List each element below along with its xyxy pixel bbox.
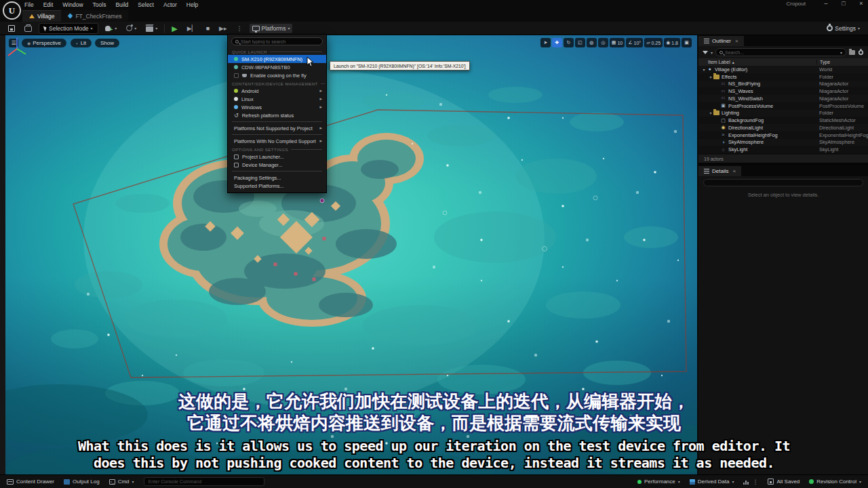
menu-help[interactable]: Help [182,1,202,9]
camera-speed-button[interactable]: ◉ 1.8 [664,38,680,47]
outliner-row[interactable]: ▾●Village (Editor)World [698,66,868,73]
platforms-button[interactable]: Platforms ▾ [250,24,293,33]
menu-tools[interactable]: Tools [89,1,111,9]
blueprints-button[interactable]: ▾ [123,24,139,33]
refresh-platform-status-item[interactable]: ↺ Refresh platform status [228,111,326,119]
platforms-search-input[interactable] [241,39,319,44]
menu-build[interactable]: Build [111,1,132,9]
option-device-manager[interactable]: Device Manager... [228,161,326,169]
outliner-search[interactable]: ▾ [715,48,846,56]
close-button[interactable]: × [857,0,865,7]
grid-snap-button[interactable]: ▦ 10 [610,38,625,47]
scale-snap-button[interactable]: ▱ 0.25 [644,38,663,47]
play-options-button[interactable]: ⋮ [234,24,245,33]
device-manager-icon [234,163,239,167]
play-button[interactable]: ▶ [169,24,180,33]
world-space-button[interactable]: ◍ [587,38,597,47]
outliner-row[interactable]: ◑SkyAtmosphereSkyAtmosphere [698,139,868,146]
expander-icon[interactable]: ▾ [708,110,713,115]
content-drawer-button[interactable]: Content Drawer [7,479,54,485]
option-packaging-settings[interactable]: Packaging Settings... [228,174,326,182]
settings-button[interactable]: Settings ▾ [824,24,863,33]
stop-button[interactable]: ■ [203,24,212,33]
platform-item-windows[interactable]: Windows▸ [228,103,326,111]
menu-file[interactable]: File [20,1,38,9]
move-tool-button[interactable]: ✚ [552,38,562,47]
save-button[interactable] [5,24,18,33]
no-compiled-label: Platforms With No Compiled Support [234,138,316,144]
editor-mode-select[interactable]: Selection Mode ▾ [39,23,98,34]
outliner-row[interactable]: ∷NS_BirdFlyingNiagaraActor [698,81,868,88]
filter-icon[interactable] [703,51,708,54]
menu-window[interactable]: Window [58,1,87,9]
cinematics-button[interactable]: ▾ [143,24,160,33]
revision-control-button[interactable]: Revision Control ▾ [809,479,861,485]
option-supported-platforms[interactable]: Supported Platforms... [228,182,326,190]
stats-button[interactable]: ⋮ [743,479,758,485]
checkbox-icon[interactable] [234,73,239,78]
output-log-button[interactable]: Output Log [64,479,100,485]
platforms-menu-search[interactable] [231,37,323,45]
gear-icon [827,25,833,31]
enable-cooking-item[interactable]: Enable cooking on the fly [228,71,326,79]
rotation-snap-button[interactable]: ∠ 10° [626,38,643,47]
all-saved-button[interactable]: All Saved [768,479,800,485]
outliner-row[interactable]: ≈ExponentialHeightFogExponentialHeightFo… [698,131,868,139]
outliner-row[interactable]: ▢BackgroundFogStaticMeshActor [698,117,868,124]
menu-edit[interactable]: Edit [39,1,58,9]
select-tool-button[interactable]: ➤ [540,38,551,47]
column-item-label[interactable]: Item Label ▲ [698,60,816,64]
create-folder-button[interactable] [849,50,855,55]
outliner-row[interactable]: ▾LightingFolder [698,110,868,117]
outliner-row[interactable]: ▾EffectsFolder [698,73,868,81]
outliner-row[interactable]: ◉DirectionalLightDirectionalLight [698,124,868,131]
outliner-tabstrip: Outliner × [698,35,868,46]
actor-type: SkyAtmosphere [816,139,868,145]
outliner-settings-button[interactable] [859,49,863,54]
frame-skip-button[interactable]: ▶▏ [184,24,199,33]
minimize-button[interactable]: – [822,0,830,7]
outliner-search-input[interactable] [725,50,838,55]
option-project-launcher[interactable]: Project Launcher... [228,152,326,161]
derived-data-button[interactable]: Derived Data ▾ [690,479,734,485]
maximize-button[interactable]: □ [840,0,848,7]
column-type[interactable]: Type [816,60,868,64]
details-search-bar[interactable] [703,179,863,186]
chevron-down-icon: ▾ [678,479,680,484]
expander-icon[interactable]: ▾ [708,75,713,79]
outliner-tree: ▾●Village (Editor)World▾EffectsFolder∷NS… [698,66,868,153]
close-icon[interactable]: × [735,38,738,44]
add-actor-button[interactable]: +▾ [102,22,120,34]
performance-button[interactable]: Performance ▾ [637,479,680,485]
level-viewport[interactable]: ☰ ◉ Perspective ◐ Lit Show ➤ ✚ ↻ ◱ ◍ ◎ ▦… [5,35,697,474]
rotate-tool-button[interactable]: ↻ [564,38,574,47]
outliner-row[interactable]: ∷NS_WavesNiagaraActor [698,87,868,95]
platforms-not-supported-item[interactable]: Platforms Not Supported by Project ▸ [228,124,326,132]
close-icon[interactable]: × [732,168,736,174]
launch-button[interactable]: ▶▸ [216,24,229,33]
surface-snap-button[interactable]: ◎ [598,38,608,47]
tab-village[interactable]: Village [22,10,61,22]
console-command-input[interactable] [144,477,264,486]
asset-tab-bar: Village FT_CheckFrames [0,9,868,22]
platform-item-android[interactable]: Android▸ [228,87,326,95]
outliner-row[interactable]: ◌SkyLightSkyLight [698,146,868,153]
platforms-no-compiled-item[interactable]: Platforms With No Compiled Support ▸ [228,137,326,145]
expander-icon[interactable]: ▾ [701,67,707,72]
outliner-row[interactable]: ▣PostProcessVolumePostProcessVolume [698,102,868,110]
menu-actor[interactable]: Actor [159,1,181,9]
outliner-row[interactable]: ∷NS_WindSwishNiagaraActor [698,95,868,102]
content-browser-button[interactable] [22,23,35,33]
maximize-viewport-button[interactable]: ▣ [682,38,692,47]
show-flags-select[interactable]: Show [95,39,119,47]
blueprint-icon [126,25,132,31]
tab-details[interactable]: Details × [698,166,741,176]
scale-tool-button[interactable]: ◱ [575,38,585,47]
chevron-down-icon: ▾ [711,50,713,55]
menu-select[interactable]: Select [134,1,158,9]
tab-ft-checkframes[interactable]: FT_CheckFrames [61,10,128,22]
cmd-select[interactable]: >_ Cmd ▾ [109,479,134,485]
platform-item-linux[interactable]: Linux▸ [228,95,326,103]
view-mode-select[interactable]: ◐ Lit [71,39,92,47]
tab-outliner[interactable]: Outliner × [698,36,744,46]
